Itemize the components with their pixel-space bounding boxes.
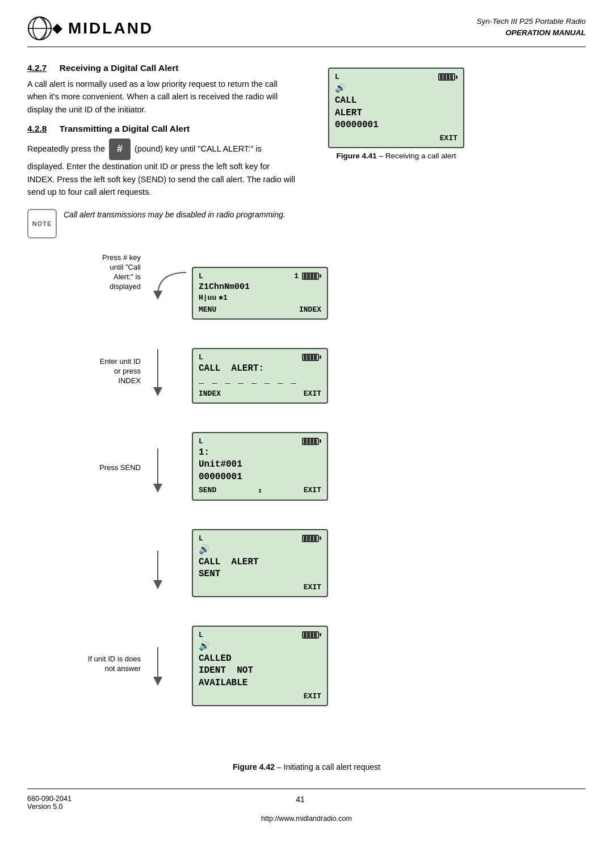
flow-screen-5: L �	[192, 626, 328, 706]
footer-left: 680-090-2041 Version 5.0	[27, 795, 72, 811]
section-428-heading: 4.2.8 Transmitting a Digital Call Alert	[27, 124, 297, 134]
main-content: 4.2.7 Receiving a Digital Call Alert A c…	[0, 47, 613, 238]
page-header: ◆ MIDLAND Syn-Tech III P25 Portable Radi…	[0, 0, 613, 41]
flow-labels-col-1: Press # keyuntil "CallAlert:" isdisplaye…	[27, 244, 146, 693]
footer-row: 680-090-2041 Version 5.0 41	[27, 795, 586, 811]
flow-label-1: Press # keyuntil "CallAlert:" isdisplaye…	[102, 253, 141, 292]
screen-icon-row: 🔊	[335, 82, 457, 94]
speaker-icon: 🔊	[335, 82, 346, 94]
note-icon: NOTE	[27, 209, 57, 238]
footer-page-number: 41	[296, 795, 305, 804]
figure-441-screen-wrapper: L 🔊 CALL ALE	[328, 68, 464, 167]
flow-screen-3: L 1	[192, 432, 328, 501]
midland-logo-icon	[27, 16, 52, 41]
flow-screen-1: L 1	[192, 267, 328, 320]
figure-442-caption: Figure 4.42 – Initiating a call alert re…	[27, 762, 586, 771]
note-box: NOTE Call alert transmissions may be dis…	[27, 209, 297, 238]
left-column: 4.2.7 Receiving a Digital Call Alert A c…	[27, 63, 311, 238]
manual-type: OPERATION MANUAL	[477, 27, 586, 39]
right-column: L 🔊 CALL ALE	[311, 63, 504, 238]
battery-icon	[438, 73, 457, 81]
figure-441-screen: L 🔊 CALL ALE	[328, 68, 464, 148]
product-line: Syn-Tech III P25 Portable Radio	[477, 16, 586, 27]
flow-label-3: Press SEND	[99, 463, 141, 473]
flow-arrows-svg	[146, 244, 192, 755]
footer-divider	[27, 789, 586, 789]
figure-441-caption: Figure 4.41 – Receiving a call alert	[328, 152, 464, 160]
flow-screen-4: L �	[192, 529, 328, 597]
section-427-heading: 4.2.7 Receiving a Digital Call Alert	[27, 63, 297, 73]
section-428-body: Repeatedly press the # (pound) key until…	[27, 139, 297, 198]
flow-connector-screens-col: L 1	[146, 244, 328, 757]
hash-key-button: #	[109, 139, 131, 160]
logo-area: ◆ MIDLAND	[27, 16, 153, 41]
screen-bottom-441: EXIT	[335, 134, 457, 142]
screen-top-l: L	[335, 73, 339, 81]
flow-label-5: If unit ID is doesnot answer	[88, 655, 141, 674]
footer-website: http://www.midlandradio.com	[27, 813, 586, 823]
note-text: Call alert transmissions may be disabled…	[64, 209, 285, 221]
section-427-body: A call alert is normally used as a low p…	[27, 78, 297, 116]
logo-text: ◆ MIDLAND	[52, 19, 153, 37]
header-right: Syn-Tech III P25 Portable Radio OPERATIO…	[477, 16, 586, 39]
flow-screen-2: L C	[192, 348, 328, 404]
screen-main-441: CALL ALERT 00000001	[335, 95, 457, 132]
flow-diagram-container: Press # keyuntil "CallAlert:" isdisplaye…	[0, 244, 613, 771]
flow-connectors	[146, 244, 192, 757]
flow-row-1: Press # keyuntil "CallAlert:" isdisplaye…	[27, 244, 586, 757]
page-footer-area: 680-090-2041 Version 5.0 41 http://www.m…	[0, 789, 613, 845]
flow-label-2: Enter unit IDor pressINDEX	[100, 357, 141, 386]
flow-screens-stack: L 1	[192, 244, 328, 757]
